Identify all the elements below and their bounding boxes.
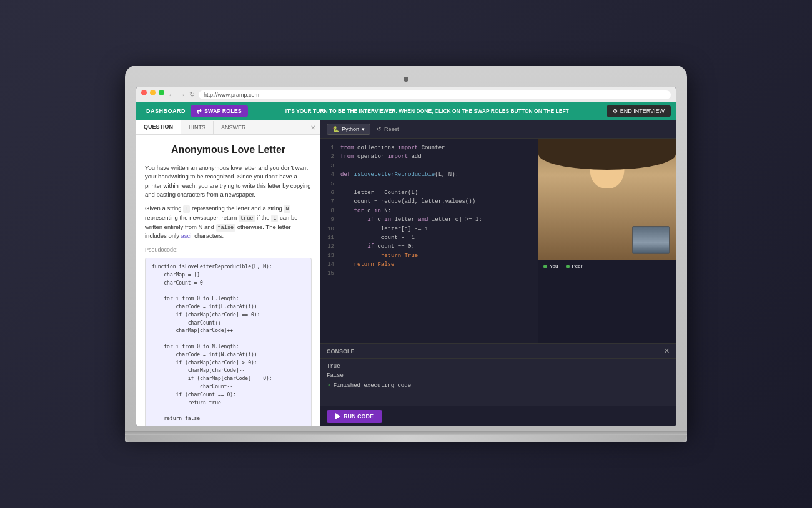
l-var-2: L bbox=[271, 215, 278, 222]
you-label-container: You bbox=[543, 263, 558, 269]
right-panel: 🐍 Python ▾ ↺ Reset bbox=[320, 120, 676, 426]
close-dot[interactable] bbox=[141, 90, 147, 95]
app-header: DASHBOARD ⇄ SWAP ROLES IT'S YOUR TURN TO… bbox=[136, 102, 676, 120]
editor-area: 12345 678910 1112131415 from collections… bbox=[320, 139, 676, 343]
window-controls bbox=[141, 90, 164, 95]
panel-close-icon[interactable]: ✕ bbox=[305, 121, 320, 134]
forward-arrow[interactable]: → bbox=[179, 91, 186, 99]
peer-status-dot bbox=[566, 265, 570, 268]
laptop-camera bbox=[404, 77, 408, 82]
true-val: true bbox=[239, 215, 255, 222]
peer-label: Peer bbox=[572, 263, 583, 269]
tab-question[interactable]: QUESTION bbox=[136, 120, 181, 134]
laptop-base bbox=[125, 431, 687, 442]
false-val: false bbox=[216, 224, 236, 232]
console-prompt: > bbox=[327, 383, 334, 389]
laptop-container: ← → ↻ http://www.pramp.com DASHBOARD ⇄ S… bbox=[125, 66, 687, 442]
l-var: L bbox=[183, 205, 190, 213]
end-interview-button[interactable]: ⚙ END INTERVIEW bbox=[607, 105, 671, 117]
tabs-bar: QUESTION HINTS ANSWER ✕ bbox=[136, 120, 320, 135]
code-content: 12345 678910 1112131415 from collections… bbox=[320, 139, 538, 343]
question-content: Anonymous Love Letter You have written a… bbox=[136, 135, 320, 426]
back-arrow[interactable]: ← bbox=[168, 91, 175, 99]
video-container bbox=[538, 139, 676, 260]
tab-hints[interactable]: HINTS bbox=[181, 121, 214, 134]
python-icon: 🐍 bbox=[332, 126, 339, 132]
code-lines: from collections import Counter from ope… bbox=[338, 139, 538, 343]
console-line-2: False bbox=[327, 371, 670, 381]
gear-icon: ⚙ bbox=[613, 108, 618, 114]
address-bar[interactable]: http://www.pramp.com bbox=[199, 90, 671, 99]
minimize-dot[interactable] bbox=[150, 90, 156, 95]
editor-toolbar: 🐍 Python ▾ ↺ Reset bbox=[320, 120, 676, 139]
run-code-bar: RUN CODE bbox=[320, 406, 676, 426]
maximize-dot[interactable] bbox=[159, 90, 164, 95]
video-panel: You Peer bbox=[538, 139, 676, 343]
play-icon bbox=[335, 413, 340, 419]
console-panel: CONSOLE ✕ True False > Finished executin… bbox=[320, 343, 676, 406]
main-video bbox=[538, 139, 676, 260]
console-line-1: True bbox=[327, 362, 670, 371]
console-output: True False > Finished executing code bbox=[320, 359, 676, 406]
n-var: N bbox=[284, 205, 290, 213]
console-line-3: > Finished executing code bbox=[327, 381, 670, 391]
question-paragraph-1: You have written an anonymous love lette… bbox=[145, 164, 312, 199]
pseudocode-label: Pseudocode: bbox=[145, 246, 312, 255]
console-title: CONSOLE bbox=[327, 348, 664, 354]
tab-answer[interactable]: ANSWER bbox=[214, 121, 254, 134]
pseudocode-block: function isLoveLetterReproducible(L, M):… bbox=[145, 258, 312, 426]
left-panel: QUESTION HINTS ANSWER ✕ Anonymous Love L… bbox=[136, 120, 320, 426]
header-message: IT'S YOUR TURN TO BE THE INTERVIEWER. WH… bbox=[248, 108, 607, 114]
swap-roles-button[interactable]: ⇄ SWAP ROLES bbox=[191, 105, 248, 117]
you-label: You bbox=[550, 263, 558, 269]
line-numbers: 12345 678910 1112131415 bbox=[320, 139, 338, 343]
language-selector[interactable]: 🐍 Python ▾ bbox=[327, 124, 370, 135]
question-title: Anonymous Love Letter bbox=[145, 142, 312, 157]
chevron-down-icon: ▾ bbox=[362, 126, 365, 132]
code-editor[interactable]: 12345 678910 1112131415 from collections… bbox=[320, 139, 538, 343]
run-code-button[interactable]: RUN CODE bbox=[327, 410, 382, 423]
ascii-link[interactable]: ascii bbox=[181, 232, 193, 239]
console-close-button[interactable]: ✕ bbox=[664, 347, 670, 355]
peer-label-container: Peer bbox=[566, 263, 583, 269]
laptop-stand bbox=[125, 435, 687, 442]
question-paragraph-2: Given a string L representing the letter… bbox=[145, 204, 312, 241]
you-status-dot bbox=[543, 265, 547, 268]
refresh-icon: ↺ bbox=[377, 126, 382, 132]
video-labels: You Peer bbox=[538, 260, 676, 272]
main-content: QUESTION HINTS ANSWER ✕ Anonymous Love L… bbox=[136, 120, 676, 426]
pip-video bbox=[632, 226, 670, 254]
console-header: CONSOLE ✕ bbox=[320, 344, 676, 359]
laptop-screen-body: ← → ↻ http://www.pramp.com DASHBOARD ⇄ S… bbox=[125, 66, 687, 431]
refresh-icon[interactable]: ↻ bbox=[189, 90, 195, 99]
browser-screen: ← → ↻ http://www.pramp.com DASHBOARD ⇄ S… bbox=[136, 87, 676, 426]
pip-person-video bbox=[633, 227, 669, 253]
dashboard-button[interactable]: DASHBOARD bbox=[141, 105, 191, 117]
browser-chrome: ← → ↻ http://www.pramp.com bbox=[136, 87, 676, 102]
swap-icon: ⇄ bbox=[197, 108, 202, 114]
reset-button[interactable]: ↺ Reset bbox=[377, 126, 399, 132]
